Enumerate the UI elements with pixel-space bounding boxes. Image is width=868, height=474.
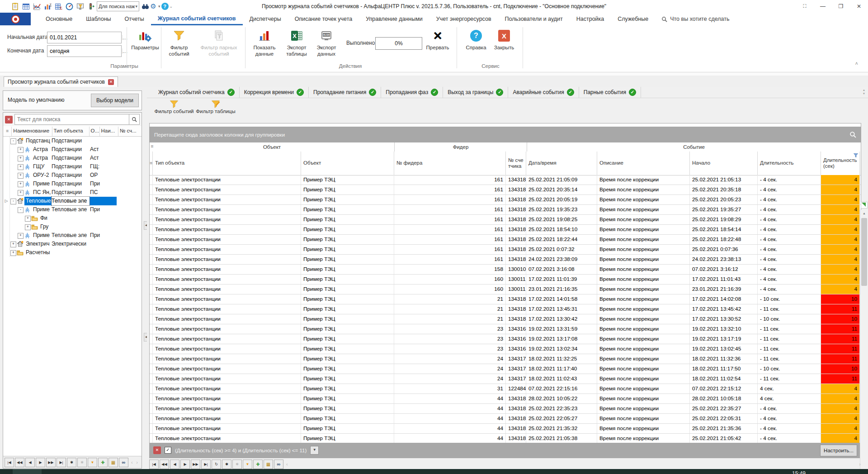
asterisk-button[interactable]: ✱ [67, 458, 76, 467]
end-date-input[interactable] [47, 48, 122, 54]
event-tab-5[interactable]: Выход за границы✓ [443, 87, 508, 98]
tree-item-14[interactable]: +Расчетны [3, 248, 142, 257]
ribbon-tab-10[interactable]: Настройка [570, 13, 611, 25]
next-page-button[interactable]: ▶▶ [46, 458, 56, 467]
filter-dropdown-icon[interactable]: ▼ [310, 446, 319, 455]
table-sigma-icon[interactable]: Σ [54, 2, 62, 10]
image-button[interactable]: ▦ [108, 458, 118, 467]
customize-toolbar-icon[interactable]: ⌄ [170, 4, 173, 9]
scroll-left-icon[interactable]: ‹ [286, 461, 288, 467]
tree-item-2[interactable]: +АстраПодстанцииАст [3, 145, 142, 154]
table-row[interactable]: Тепловые электростанцииПример ТЭЦ2313431… [150, 334, 861, 344]
ribbon-tab-4[interactable]: Журнал событий счетчиков [151, 13, 243, 25]
ribbon-tab-7[interactable]: Управление данными [359, 13, 429, 25]
refresh-button[interactable]: ↻ [212, 460, 221, 469]
journal-icon[interactable] [11, 2, 19, 10]
last-button[interactable]: ▶| [57, 458, 66, 467]
event-tab-6[interactable]: Аварийные события✓ [508, 87, 579, 98]
column-header-7[interactable]: Начало [690, 152, 758, 175]
image-button[interactable]: ▦ [264, 460, 273, 469]
prev-page-button[interactable]: ◀◀ [15, 458, 24, 467]
tree-item-8[interactable]: ▷-ТепловыеТепловые эле [3, 197, 142, 205]
close-button[interactable]: ✕ [850, 0, 868, 13]
filter-button[interactable]: ▼ [243, 460, 252, 469]
document-tab[interactable]: Просмотр журнала событий счетчиков ✕ [4, 76, 118, 87]
tree-item-5[interactable]: +ОРУ-2ПодстанцииОР [3, 171, 142, 180]
tree-expander-icon[interactable]: - [10, 199, 16, 204]
chart-cross-icon[interactable] [33, 2, 41, 10]
ribbon-tab-8[interactable]: Учет энергоресурсов [429, 13, 498, 25]
ribbon-tab-5[interactable]: Диспетчеры [243, 13, 288, 25]
tree-item-10[interactable]: +Фи [3, 214, 142, 223]
maximize-button[interactable]: ❐ [832, 0, 850, 13]
taskbar-button[interactable] [13, 469, 42, 474]
tree-expander-icon[interactable]: + [10, 250, 16, 256]
event-tab-3[interactable]: Пропадание питания✓ [309, 87, 381, 98]
table-row[interactable]: Тепловые электростанцииПример ТЭЦ2413431… [150, 364, 861, 374]
table-row[interactable]: Тепловые электростанцииПример ТЭЦ1611343… [150, 215, 861, 225]
table-row[interactable]: Тепловые электростанцииПример ТЭЦ2313431… [150, 344, 861, 354]
binoculars-button[interactable]: ∞ [119, 458, 128, 467]
table-icon[interactable] [22, 2, 30, 10]
start-date-browse-button[interactable]: ... [122, 35, 128, 40]
screen-icon[interactable]: ⛶ [796, 0, 814, 13]
export-data-button[interactable]: XLSX Экспорт данных [312, 27, 341, 62]
event-tab-4[interactable]: Пропадания фаз✓ [381, 87, 443, 98]
column-header-6[interactable]: Описание [597, 152, 690, 175]
scroll-right-icon[interactable]: › [136, 460, 138, 465]
tree-expander-icon[interactable]: + [25, 216, 31, 222]
table-row[interactable]: Тепловые электростанцииПример ТЭЦ1611343… [150, 185, 861, 195]
quick-search-combobox[interactable]: Для поиска наж ▾ [97, 1, 139, 11]
table-row[interactable]: Тепловые электростанцииПример ТЭЦ1611343… [150, 175, 861, 185]
next-button[interactable]: ▶ [36, 458, 45, 467]
column-header-1[interactable]: Тип объекта [153, 152, 301, 175]
event-tab-2[interactable]: Коррекция времени✓ [240, 87, 309, 98]
band-event[interactable]: Событие [527, 142, 861, 152]
gear-dropdown-caret[interactable]: ▾ [158, 4, 160, 9]
table-row[interactable]: Тепловые электростанцииПример ТЭЦ1611343… [150, 255, 861, 265]
ribbon-tab-6[interactable]: Описание точек учета [288, 13, 359, 25]
tree-item-11[interactable]: +Гру [3, 223, 142, 231]
table-row[interactable]: Тепловые электростанцииПример ТЭЦ1611343… [150, 205, 861, 215]
table-row[interactable]: Тепловые электростанцииПример ТЭЦ1611343… [150, 235, 861, 245]
connector-icon[interactable] [87, 2, 95, 10]
table-row[interactable]: Тепловые электростанцииПример ТЭЦ4413431… [150, 404, 861, 414]
vertical-scrollbar[interactable]: ▲ ▼ [860, 210, 868, 474]
clear-search-button[interactable]: ✕ [5, 116, 13, 123]
column-header-3[interactable]: № фидера [394, 152, 506, 175]
prev-button[interactable]: ◀ [170, 460, 179, 469]
save-button[interactable]: ✚ [253, 460, 263, 469]
tab-scroll-icons[interactable]: ▲▼ [863, 89, 865, 95]
prev-page-button[interactable]: ◀◀ [160, 460, 169, 469]
tree-column-name[interactable]: Наименование [12, 127, 52, 136]
table-row[interactable]: Тепловые электростанцииПример ТЭЦ4413431… [150, 434, 861, 444]
tree-column-o[interactable]: О... [90, 127, 100, 136]
close-tab-icon[interactable]: ✕ [108, 79, 114, 85]
next-page-button[interactable]: ▶▶ [191, 460, 200, 469]
save-button[interactable]: ✚ [98, 458, 108, 467]
band-feeder[interactable]: Фидер [395, 142, 527, 152]
tree-item-13[interactable]: +ЭлектричЭлектрически [3, 240, 142, 248]
asterisk-button[interactable]: ✱ [222, 460, 231, 469]
search-icon[interactable] [129, 114, 139, 124]
last-button[interactable]: ▶| [201, 460, 211, 469]
table-row[interactable]: Тепловые электростанцииПример ТЭЦ2113431… [150, 314, 861, 324]
column-header-9[interactable]: Длительность (сек) [821, 152, 860, 175]
tree-expander-icon[interactable]: + [18, 147, 24, 153]
tree-expander-icon[interactable]: + [18, 156, 24, 161]
group-by-bar[interactable]: Перетащите сюда заголовок колонки для гр… [150, 127, 861, 142]
help-icon[interactable]: ? [161, 3, 169, 10]
tree-item-7[interactable]: +ПС Ян,ПодстанцииПС [3, 188, 142, 197]
table-row[interactable]: Тепловые электростанцииПример ТЭЦ2413431… [150, 354, 861, 364]
close-tool-button[interactable]: X Закрыть [491, 27, 517, 62]
tree-item-12[interactable]: +ПримеТепловые элеПри [3, 231, 142, 240]
scroll-up-icon[interactable]: ▲ [860, 210, 868, 217]
table-row[interactable]: Тепловые электростанцииПример ТЭЦ1601300… [150, 275, 861, 284]
table-row[interactable]: Тепловые электростанцииПример ТЭЦ4413431… [150, 424, 861, 434]
column-header-2[interactable]: Объект [301, 152, 394, 175]
table-row[interactable]: Тепловые электростанцииПример ТЭЦ2413431… [150, 374, 861, 384]
first-button[interactable]: |◀ [149, 460, 159, 469]
tree-item-3[interactable]: +АстраПодстанцииАст [3, 154, 142, 162]
ribbon-tab-1[interactable]: Основные [39, 13, 79, 25]
help-button[interactable]: ? Справка [462, 27, 490, 62]
